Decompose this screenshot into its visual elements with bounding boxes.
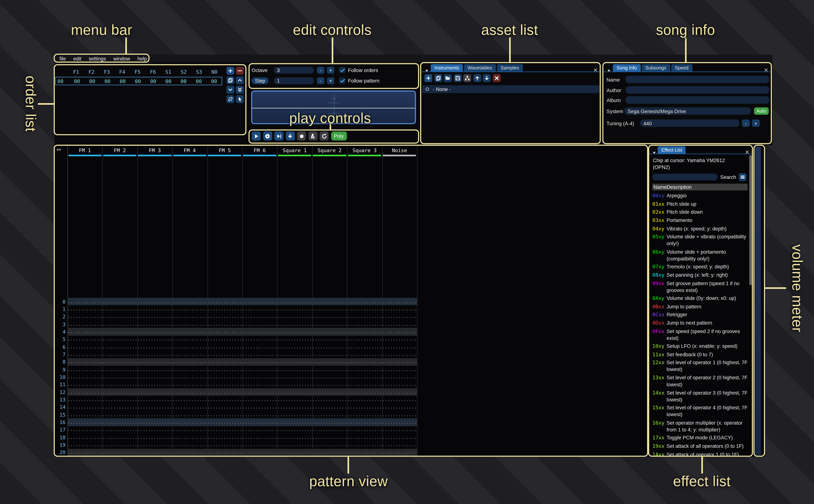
pattern-cell[interactable]: ............. <box>312 405 347 410</box>
tab-song-info[interactable]: Song Info <box>613 64 641 71</box>
pattern-cell[interactable]: ............. <box>312 412 347 417</box>
pattern-cell[interactable]: ............. <box>382 329 417 334</box>
pattern-cell[interactable]: ............. <box>137 367 172 372</box>
pattern-cell[interactable]: ............. <box>137 435 172 440</box>
pattern-cell[interactable]: ............. <box>277 367 312 372</box>
pattern-cell[interactable]: ............. <box>277 322 312 327</box>
effect-row-15xx[interactable]: 15xxSet level of operator 4 (0 highest, … <box>652 404 748 419</box>
order-cell[interactable]: 00 <box>85 78 100 84</box>
album-input[interactable] <box>626 96 769 104</box>
pattern-cell[interactable]: ............. <box>382 405 417 410</box>
effect-row-17xx[interactable]: 17xxToggle PCM mode (LEGACY) <box>652 434 748 442</box>
poly-toggle-button[interactable]: Poly <box>331 132 347 141</box>
pattern-cell[interactable]: ............. <box>242 322 277 327</box>
pattern-cell[interactable]: ............. <box>207 352 242 357</box>
effect-row-13xx[interactable]: 13xxSet level of operator 2 (0 highest, … <box>652 373 748 389</box>
pattern-cell[interactable]: ............. <box>207 307 242 312</box>
pattern-cell[interactable]: ............. <box>382 420 417 425</box>
pattern-cell[interactable]: ............. <box>242 420 277 425</box>
pattern-cell[interactable]: ............. <box>207 382 242 387</box>
pattern-cell[interactable]: ............. <box>347 299 382 304</box>
asset-move-up-button[interactable] <box>473 74 481 82</box>
pattern-cell[interactable]: ............. <box>207 435 242 440</box>
pattern-cell[interactable]: ............. <box>172 435 207 440</box>
pattern-cell[interactable]: ............. <box>277 337 312 342</box>
pattern-cell[interactable]: ............. <box>102 375 137 379</box>
pattern-cell[interactable]: ............. <box>102 450 137 455</box>
pattern-cell[interactable]: ............. <box>137 337 172 342</box>
pattern-cell[interactable]: ............. <box>67 307 102 312</box>
pattern-cell[interactable]: ............. <box>382 344 417 349</box>
pattern-cell[interactable]: ............. <box>277 329 312 334</box>
menu-item-settings[interactable]: settings <box>89 56 106 62</box>
pattern-cell[interactable]: ............. <box>347 405 382 410</box>
tuning-increment-button[interactable]: + <box>752 119 760 127</box>
pattern-cell[interactable]: ............. <box>172 390 207 395</box>
pattern-cell[interactable]: ............. <box>207 397 242 402</box>
step-row-button[interactable] <box>274 132 283 141</box>
pattern-cell[interactable]: ............. <box>347 307 382 312</box>
tab-wavetables[interactable]: Wavetables <box>464 64 496 71</box>
asset-move-down-button[interactable] <box>483 74 491 82</box>
pattern-cell[interactable]: ............. <box>312 307 347 312</box>
pattern-cell[interactable]: ............. <box>312 420 347 425</box>
pattern-cell[interactable]: ............. <box>347 412 382 417</box>
pattern-cell[interactable]: ............. <box>67 337 102 342</box>
pattern-cell[interactable]: ............. <box>67 442 102 447</box>
pattern-cell[interactable]: ............. <box>67 435 102 440</box>
channel-header-fm-4[interactable]: FM 4 <box>172 147 207 153</box>
pattern-cell[interactable]: ............. <box>242 299 277 304</box>
order-double-chevron-down-button[interactable] <box>236 86 244 94</box>
pattern-cell[interactable]: ............. <box>312 390 347 395</box>
pattern-cell[interactable]: ............. <box>277 360 312 364</box>
pattern-cell[interactable]: ............. <box>172 450 207 455</box>
stop-button[interactable] <box>297 132 306 141</box>
effect-row-19xx[interactable]: 19xxSet attack of all operators (0 to 1F… <box>652 442 748 450</box>
pattern-cell[interactable]: ............. <box>137 329 172 334</box>
pattern-cell[interactable]: ............. <box>137 375 172 379</box>
pattern-cell[interactable]: ............. <box>102 412 137 417</box>
effect-list-scrollbar[interactable] <box>749 155 752 285</box>
effect-row-00xy[interactable]: 00xyArpeggio <box>652 192 748 200</box>
pattern-cell[interactable]: ............. <box>172 337 207 342</box>
pattern-cell[interactable]: ............. <box>347 442 382 447</box>
pattern-cell[interactable]: ............. <box>102 367 137 372</box>
pattern-cell[interactable]: ............. <box>67 314 102 319</box>
pattern-cell[interactable]: ............. <box>102 329 137 334</box>
pattern-cell[interactable]: ............. <box>137 397 172 402</box>
pattern-cell[interactable]: ............. <box>207 442 242 447</box>
channel-header-noise[interactable]: Noise <box>382 147 417 153</box>
octave-input[interactable]: 3 <box>274 67 314 74</box>
pattern-cell[interactable]: ............. <box>277 450 312 455</box>
pattern-cell[interactable]: ............. <box>102 420 137 425</box>
pattern-cell[interactable]: ............. <box>382 442 417 447</box>
pattern-cell[interactable]: ............. <box>137 322 172 327</box>
channel-header-fm-6[interactable]: FM 6 <box>242 147 277 153</box>
effect-row-09xx[interactable]: 09xxSet groove pattern (speed 1 if no gr… <box>652 279 748 294</box>
pattern-cell[interactable]: ............. <box>137 420 172 425</box>
pattern-cell[interactable]: ............. <box>207 299 242 304</box>
pattern-cell[interactable]: ............. <box>67 390 102 395</box>
pattern-cell[interactable]: ............. <box>312 322 347 327</box>
pattern-cell[interactable]: ............. <box>67 344 102 349</box>
order-duplicate-button[interactable] <box>226 76 234 84</box>
menu-item-file[interactable]: file <box>60 56 66 62</box>
pattern-cell[interactable]: ............. <box>382 352 417 357</box>
pattern-cell[interactable]: ............. <box>207 360 242 364</box>
pattern-cell[interactable]: ............. <box>277 307 312 312</box>
pattern-cell[interactable]: ............. <box>102 435 137 440</box>
channel-header-square-2[interactable]: Square 2 <box>312 147 347 153</box>
song-info-collapse[interactable] <box>607 66 612 75</box>
pattern-cell[interactable]: ............. <box>382 307 417 312</box>
pattern-cell[interactable]: ............. <box>347 427 382 432</box>
tab-samples[interactable]: Samples <box>497 64 523 71</box>
pattern-cell[interactable]: ............. <box>137 360 172 364</box>
pattern-cell[interactable]: ............. <box>347 420 382 425</box>
pattern-cell[interactable]: ............. <box>347 322 382 327</box>
order-chevron-down-button[interactable] <box>226 86 234 94</box>
effect-row-10xy[interactable]: 10xySetup LFO (x: enable; y: speed) <box>652 342 748 350</box>
pattern-cell[interactable]: ............. <box>242 397 277 402</box>
pattern-cell[interactable]: ............. <box>382 367 417 372</box>
pattern-cell[interactable]: ............. <box>67 412 102 417</box>
effect-row-1Axx[interactable]: 1AxxSet attack of operator 1 (0 to 1F) <box>652 450 748 456</box>
